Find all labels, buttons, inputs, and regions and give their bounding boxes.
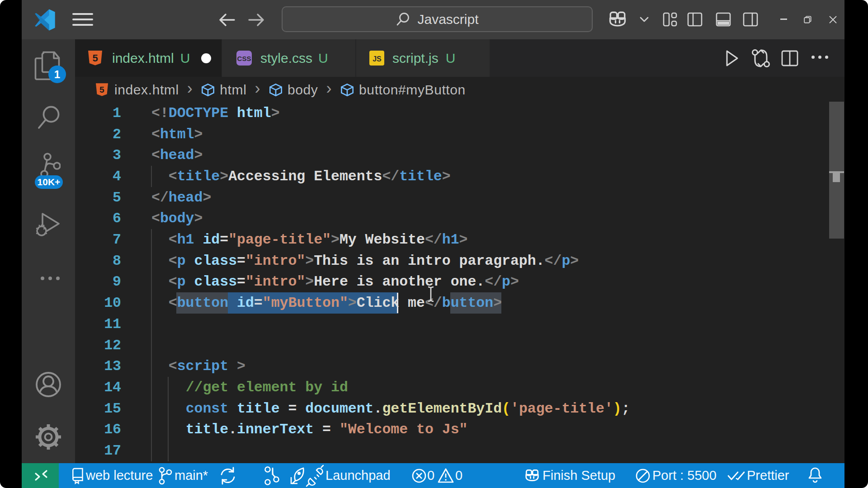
svg-text:5: 5 [99, 85, 104, 94]
svg-text:5: 5 [92, 52, 98, 64]
svg-text:CSS: CSS [237, 55, 251, 62]
svg-text:JS: JS [373, 55, 382, 63]
